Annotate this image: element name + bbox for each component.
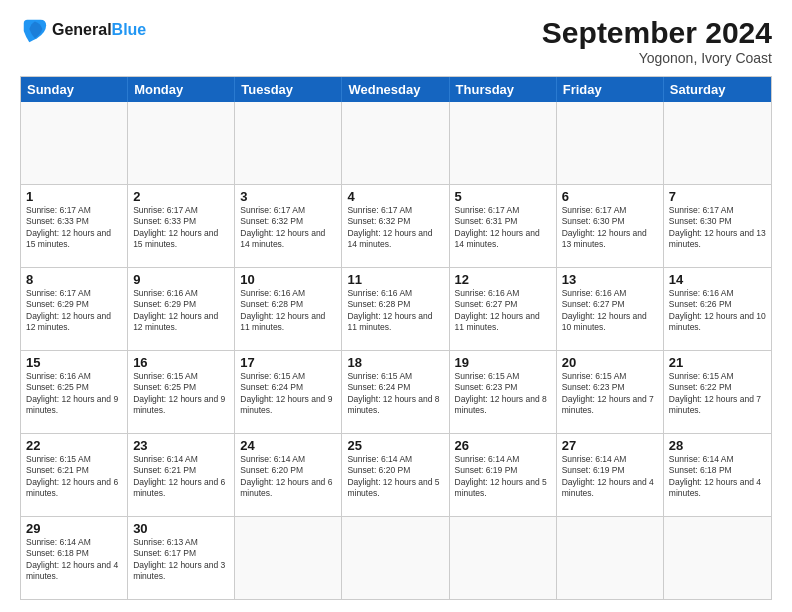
day-info: Sunrise: 6:16 AM Sunset: 6:28 PM Dayligh…: [347, 288, 443, 334]
calendar-cell-3-2: 17Sunrise: 6:15 AM Sunset: 6:24 PM Dayli…: [235, 351, 342, 433]
calendar-cell-4-1: 23Sunrise: 6:14 AM Sunset: 6:21 PM Dayli…: [128, 434, 235, 516]
calendar-row-3: 15Sunrise: 6:16 AM Sunset: 6:25 PM Dayli…: [21, 350, 771, 433]
calendar-row-5: 29Sunrise: 6:14 AM Sunset: 6:18 PM Dayli…: [21, 516, 771, 599]
day-info: Sunrise: 6:16 AM Sunset: 6:29 PM Dayligh…: [133, 288, 229, 334]
day-number: 24: [240, 438, 336, 453]
day-info: Sunrise: 6:17 AM Sunset: 6:29 PM Dayligh…: [26, 288, 122, 334]
day-number: 1: [26, 189, 122, 204]
day-number: 12: [455, 272, 551, 287]
day-number: 16: [133, 355, 229, 370]
calendar-cell-0-0: [21, 102, 128, 184]
title-block: September 2024 Yogonon, Ivory Coast: [542, 16, 772, 66]
page: GeneralBlue September 2024 Yogonon, Ivor…: [0, 0, 792, 612]
calendar-cell-4-5: 27Sunrise: 6:14 AM Sunset: 6:19 PM Dayli…: [557, 434, 664, 516]
day-info: Sunrise: 6:15 AM Sunset: 6:23 PM Dayligh…: [455, 371, 551, 417]
calendar-cell-4-6: 28Sunrise: 6:14 AM Sunset: 6:18 PM Dayli…: [664, 434, 771, 516]
day-number: 5: [455, 189, 551, 204]
day-number: 23: [133, 438, 229, 453]
calendar-cell-3-4: 19Sunrise: 6:15 AM Sunset: 6:23 PM Dayli…: [450, 351, 557, 433]
day-info: Sunrise: 6:14 AM Sunset: 6:18 PM Dayligh…: [26, 537, 122, 583]
header-saturday: Saturday: [664, 77, 771, 102]
calendar-body: 1Sunrise: 6:17 AM Sunset: 6:33 PM Daylig…: [21, 102, 771, 599]
calendar-cell-5-0: 29Sunrise: 6:14 AM Sunset: 6:18 PM Dayli…: [21, 517, 128, 599]
calendar-cell-5-4: [450, 517, 557, 599]
calendar-cell-2-3: 11Sunrise: 6:16 AM Sunset: 6:28 PM Dayli…: [342, 268, 449, 350]
day-info: Sunrise: 6:17 AM Sunset: 6:33 PM Dayligh…: [133, 205, 229, 251]
day-info: Sunrise: 6:14 AM Sunset: 6:21 PM Dayligh…: [133, 454, 229, 500]
day-info: Sunrise: 6:13 AM Sunset: 6:17 PM Dayligh…: [133, 537, 229, 583]
calendar-cell-3-6: 21Sunrise: 6:15 AM Sunset: 6:22 PM Dayli…: [664, 351, 771, 433]
calendar-cell-0-2: [235, 102, 342, 184]
day-number: 2: [133, 189, 229, 204]
header: GeneralBlue September 2024 Yogonon, Ivor…: [20, 16, 772, 66]
header-friday: Friday: [557, 77, 664, 102]
day-number: 3: [240, 189, 336, 204]
calendar-row-0: [21, 102, 771, 184]
logo-text: GeneralBlue: [52, 21, 146, 39]
logo: GeneralBlue: [20, 16, 146, 44]
day-number: 21: [669, 355, 766, 370]
main-title: September 2024: [542, 16, 772, 50]
day-info: Sunrise: 6:15 AM Sunset: 6:24 PM Dayligh…: [347, 371, 443, 417]
day-number: 29: [26, 521, 122, 536]
day-info: Sunrise: 6:16 AM Sunset: 6:27 PM Dayligh…: [455, 288, 551, 334]
day-number: 26: [455, 438, 551, 453]
calendar-cell-1-4: 5Sunrise: 6:17 AM Sunset: 6:31 PM Daylig…: [450, 185, 557, 267]
header-wednesday: Wednesday: [342, 77, 449, 102]
calendar-cell-0-4: [450, 102, 557, 184]
calendar: Sunday Monday Tuesday Wednesday Thursday…: [20, 76, 772, 600]
day-info: Sunrise: 6:16 AM Sunset: 6:26 PM Dayligh…: [669, 288, 766, 334]
day-number: 10: [240, 272, 336, 287]
day-info: Sunrise: 6:15 AM Sunset: 6:23 PM Dayligh…: [562, 371, 658, 417]
day-info: Sunrise: 6:17 AM Sunset: 6:33 PM Dayligh…: [26, 205, 122, 251]
day-info: Sunrise: 6:17 AM Sunset: 6:32 PM Dayligh…: [347, 205, 443, 251]
calendar-cell-0-5: [557, 102, 664, 184]
header-tuesday: Tuesday: [235, 77, 342, 102]
day-info: Sunrise: 6:15 AM Sunset: 6:22 PM Dayligh…: [669, 371, 766, 417]
calendar-cell-3-3: 18Sunrise: 6:15 AM Sunset: 6:24 PM Dayli…: [342, 351, 449, 433]
calendar-cell-4-4: 26Sunrise: 6:14 AM Sunset: 6:19 PM Dayli…: [450, 434, 557, 516]
calendar-row-4: 22Sunrise: 6:15 AM Sunset: 6:21 PM Dayli…: [21, 433, 771, 516]
day-info: Sunrise: 6:14 AM Sunset: 6:20 PM Dayligh…: [347, 454, 443, 500]
calendar-cell-4-2: 24Sunrise: 6:14 AM Sunset: 6:20 PM Dayli…: [235, 434, 342, 516]
calendar-row-1: 1Sunrise: 6:17 AM Sunset: 6:33 PM Daylig…: [21, 184, 771, 267]
day-number: 14: [669, 272, 766, 287]
calendar-header: Sunday Monday Tuesday Wednesday Thursday…: [21, 77, 771, 102]
calendar-cell-5-5: [557, 517, 664, 599]
calendar-cell-0-6: [664, 102, 771, 184]
calendar-cell-2-6: 14Sunrise: 6:16 AM Sunset: 6:26 PM Dayli…: [664, 268, 771, 350]
day-number: 27: [562, 438, 658, 453]
calendar-cell-2-2: 10Sunrise: 6:16 AM Sunset: 6:28 PM Dayli…: [235, 268, 342, 350]
calendar-cell-2-0: 8Sunrise: 6:17 AM Sunset: 6:29 PM Daylig…: [21, 268, 128, 350]
calendar-cell-1-6: 7Sunrise: 6:17 AM Sunset: 6:30 PM Daylig…: [664, 185, 771, 267]
day-number: 30: [133, 521, 229, 536]
calendar-cell-1-5: 6Sunrise: 6:17 AM Sunset: 6:30 PM Daylig…: [557, 185, 664, 267]
calendar-cell-2-1: 9Sunrise: 6:16 AM Sunset: 6:29 PM Daylig…: [128, 268, 235, 350]
calendar-cell-4-3: 25Sunrise: 6:14 AM Sunset: 6:20 PM Dayli…: [342, 434, 449, 516]
calendar-cell-3-5: 20Sunrise: 6:15 AM Sunset: 6:23 PM Dayli…: [557, 351, 664, 433]
day-info: Sunrise: 6:15 AM Sunset: 6:21 PM Dayligh…: [26, 454, 122, 500]
calendar-cell-3-0: 15Sunrise: 6:16 AM Sunset: 6:25 PM Dayli…: [21, 351, 128, 433]
calendar-cell-5-3: [342, 517, 449, 599]
day-info: Sunrise: 6:17 AM Sunset: 6:30 PM Dayligh…: [669, 205, 766, 251]
subtitle: Yogonon, Ivory Coast: [542, 50, 772, 66]
day-number: 8: [26, 272, 122, 287]
day-info: Sunrise: 6:16 AM Sunset: 6:28 PM Dayligh…: [240, 288, 336, 334]
calendar-cell-0-1: [128, 102, 235, 184]
day-number: 19: [455, 355, 551, 370]
day-number: 9: [133, 272, 229, 287]
calendar-cell-1-1: 2Sunrise: 6:17 AM Sunset: 6:33 PM Daylig…: [128, 185, 235, 267]
day-info: Sunrise: 6:17 AM Sunset: 6:30 PM Dayligh…: [562, 205, 658, 251]
day-info: Sunrise: 6:16 AM Sunset: 6:25 PM Dayligh…: [26, 371, 122, 417]
day-number: 15: [26, 355, 122, 370]
header-monday: Monday: [128, 77, 235, 102]
calendar-cell-1-0: 1Sunrise: 6:17 AM Sunset: 6:33 PM Daylig…: [21, 185, 128, 267]
day-number: 18: [347, 355, 443, 370]
calendar-cell-5-2: [235, 517, 342, 599]
day-info: Sunrise: 6:15 AM Sunset: 6:25 PM Dayligh…: [133, 371, 229, 417]
calendar-cell-2-4: 12Sunrise: 6:16 AM Sunset: 6:27 PM Dayli…: [450, 268, 557, 350]
day-info: Sunrise: 6:15 AM Sunset: 6:24 PM Dayligh…: [240, 371, 336, 417]
calendar-cell-3-1: 16Sunrise: 6:15 AM Sunset: 6:25 PM Dayli…: [128, 351, 235, 433]
day-number: 6: [562, 189, 658, 204]
calendar-cell-4-0: 22Sunrise: 6:15 AM Sunset: 6:21 PM Dayli…: [21, 434, 128, 516]
